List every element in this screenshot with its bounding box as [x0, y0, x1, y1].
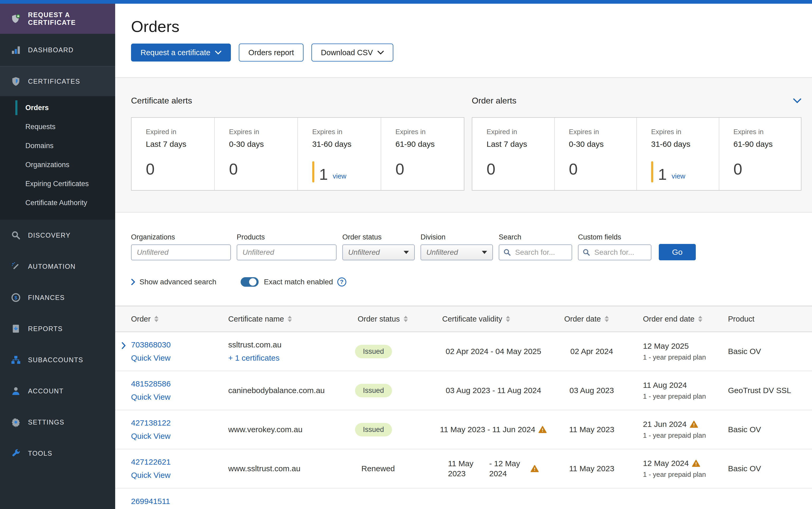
subnav-item-orders[interactable]: Orders: [0, 98, 115, 117]
alert-count: 0: [487, 161, 495, 177]
quick-view-link[interactable]: Quick View: [131, 471, 228, 480]
sidebar-item-settings[interactable]: SETTINGS: [0, 407, 115, 438]
request-a-certificate-banner[interactable]: REQUEST A CERTIFICATE: [0, 4, 115, 34]
certificate-name: caninebodybalance.com.au: [228, 386, 351, 395]
chevron-down-icon: [215, 50, 221, 55]
sidebar-item-discovery[interactable]: DISCOVERY: [0, 219, 115, 251]
column-header-certificate-validity[interactable]: Certificate validity: [434, 315, 553, 324]
sidebar-item-label: SUBACCOUNTS: [28, 356, 83, 364]
warning-icon: [692, 460, 700, 467]
subnav-item-certificate-authority[interactable]: Certificate Authority: [0, 193, 115, 212]
search-icon: [582, 248, 591, 259]
alert-prefix: Expires in: [395, 128, 464, 136]
shield-plus-icon: [10, 13, 21, 24]
column-header-certificate-name[interactable]: Certificate name: [228, 315, 351, 324]
sort-icon: [154, 316, 159, 322]
custom-fields-filter: Custom fields: [578, 233, 651, 260]
button-label: Orders report: [248, 48, 294, 57]
order-status-filter: Order status Unfiltered: [342, 233, 415, 260]
select-value: Unfiltered: [348, 248, 380, 257]
order-number-link[interactable]: 703868030: [131, 340, 228, 349]
orders-report-button[interactable]: Orders report: [239, 43, 303, 62]
page-title: Orders: [131, 18, 812, 36]
division-select[interactable]: Unfiltered: [421, 244, 493, 260]
filter-label: Custom fields: [578, 233, 651, 241]
org-chart-icon: [10, 354, 21, 365]
column-header-order-status[interactable]: Order status: [351, 315, 434, 324]
certificate-name: ssltrust.com.au: [228, 340, 351, 349]
alert-highlight-bar: [651, 161, 653, 182]
subnav-item-expiring-certificates[interactable]: Expiring Certificates: [0, 174, 115, 193]
filter-label: Organizations: [131, 233, 231, 241]
column-label: Order date: [564, 315, 601, 324]
order-alerts-title: Order alerts: [472, 96, 516, 106]
filter-label: Division: [421, 233, 493, 241]
order-number-link[interactable]: 269941511: [131, 497, 228, 506]
subnav-label: Expiring Certificates: [25, 180, 89, 188]
order-alerts-group: Order alerts Expired in Last 7 days 0 Ex…: [472, 78, 802, 212]
alert-range: 0-30 days: [229, 140, 297, 149]
sidebar-item-subaccounts[interactable]: SUBACCOUNTS: [0, 344, 115, 375]
sidebar: REQUEST A CERTIFICATE DASHBOARD CERTIFIC…: [0, 4, 115, 509]
sidebar-item-label: TOOLS: [28, 450, 52, 457]
show-advanced-search-link[interactable]: Show advanced search: [131, 278, 216, 286]
sidebar-item-dashboard[interactable]: DASHBOARD: [0, 34, 115, 66]
view-link[interactable]: view: [332, 172, 346, 180]
go-button[interactable]: Go: [659, 244, 696, 260]
sidebar-item-account[interactable]: ACCOUNT: [0, 375, 115, 407]
request-certificate-button[interactable]: Request a certificate: [131, 43, 231, 62]
table-row: 703868030 Quick View ssltrust.com.au + 1…: [115, 332, 812, 371]
request-a-certificate-label: REQUEST A CERTIFICATE: [28, 11, 115, 26]
order-status-select[interactable]: Unfiltered: [342, 244, 415, 260]
view-link[interactable]: view: [672, 172, 685, 180]
filters-section: Organizations Products Order status Unfi…: [115, 212, 812, 287]
column-label: Product: [728, 315, 754, 324]
sidebar-item-automation[interactable]: AUTOMATION: [0, 251, 115, 282]
sidebar-item-certificates[interactable]: CERTIFICATES: [0, 66, 115, 96]
quick-view-link[interactable]: Quick View: [131, 393, 228, 402]
subnav-item-requests[interactable]: Requests: [0, 117, 115, 136]
alert-count: 1: [658, 167, 667, 182]
alert-cell-61-90d: Expires in 61-90 days 0: [381, 118, 464, 190]
sidebar-item-tools[interactable]: TOOLS: [0, 438, 115, 469]
table-row: 427122621 Quick View www.ssltrust.com.au…: [115, 449, 812, 488]
order-date: 11 May 2023: [553, 464, 630, 473]
alert-cell-0-30d: Expires in 0-30 days 0: [555, 118, 637, 190]
extra-certificates-link[interactable]: + 1 certificates: [228, 353, 351, 363]
subnav-item-domains[interactable]: Domains: [0, 136, 115, 155]
column-label: Order: [131, 315, 151, 324]
column-header-order[interactable]: Order: [131, 315, 228, 324]
plan-label: 1 - year prepaid plan: [643, 353, 714, 362]
order-number-link[interactable]: 427122621: [131, 457, 228, 467]
quick-view-link[interactable]: Quick View: [131, 432, 228, 441]
sidebar-item-label: DISCOVERY: [28, 232, 70, 239]
certificate-validity-end: - 12 May 2024: [489, 459, 527, 479]
sidebar-item-reports[interactable]: REPORTS: [0, 313, 115, 344]
subnav-item-organizations[interactable]: Organizations: [0, 155, 115, 174]
order-number-link[interactable]: 481528586: [131, 379, 228, 388]
status-badge: Issued: [355, 384, 392, 397]
bar-chart-icon: [10, 45, 21, 55]
order-number-link[interactable]: 427138122: [131, 418, 228, 428]
column-header-order-end-date[interactable]: Order end date: [630, 315, 714, 324]
exact-match-toggle[interactable]: [241, 277, 259, 287]
table-header-row: Order Certificate name Order status Cert…: [115, 306, 812, 332]
column-header-order-date[interactable]: Order date: [553, 315, 630, 324]
product-name: Basic OV: [714, 425, 802, 434]
status-badge: Issued: [355, 423, 392, 436]
order-alerts-card: Expired in Last 7 days 0 Expires in 0-30…: [472, 117, 802, 191]
download-csv-button[interactable]: Download CSV: [312, 43, 394, 62]
chevron-right-icon: [131, 278, 135, 285]
organizations-input[interactable]: [131, 244, 231, 260]
sort-icon: [698, 316, 703, 322]
sidebar-item-finances[interactable]: $ FINANCES: [0, 282, 115, 313]
quick-view-link[interactable]: Quick View: [131, 353, 228, 363]
sidebar-item-label: AUTOMATION: [28, 263, 75, 270]
row-expander-chevron-icon[interactable]: [122, 342, 126, 351]
warning-icon: [538, 426, 547, 434]
collapse-chevron-icon[interactable]: [793, 98, 802, 103]
alert-range: 31-60 days: [312, 140, 381, 149]
products-input[interactable]: [237, 244, 336, 260]
help-icon[interactable]: ?: [337, 277, 346, 286]
sidebar-item-label: FINANCES: [28, 294, 65, 302]
